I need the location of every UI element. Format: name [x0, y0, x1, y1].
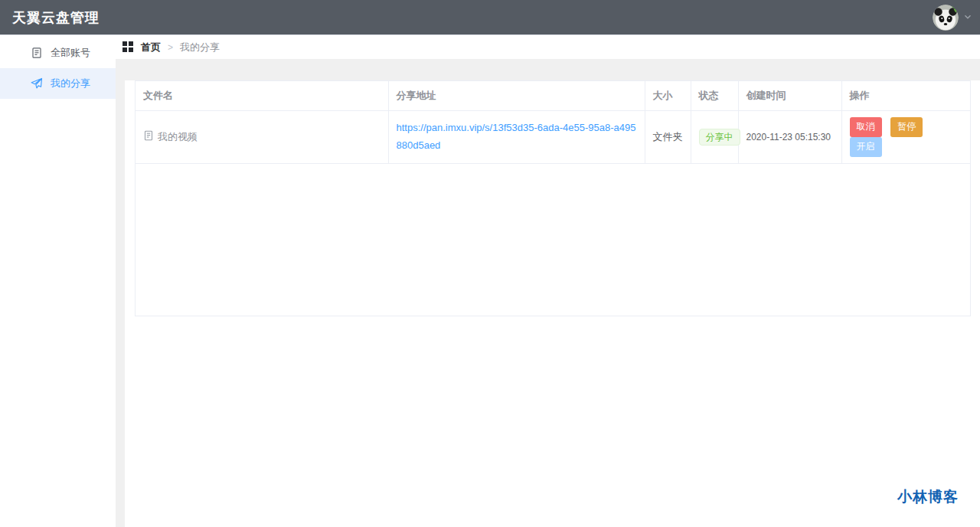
file-name: 我的视频 [158, 130, 198, 144]
created-time: 2020-11-23 05:15:30 [746, 132, 831, 142]
file-name-cell: 我的视频 [143, 130, 381, 144]
open-button[interactable]: 开启 [850, 137, 882, 157]
document-icon [31, 47, 43, 59]
user-menu[interactable] [933, 5, 974, 31]
table-row: 我的视频 https://pan.imxu.vip/s/13f53d35-6ad… [136, 110, 970, 163]
sidebar-item-my-shares[interactable]: 我的分享 [0, 68, 116, 99]
main-content: 首页 > 我的分享 文件名 分享地址 [116, 35, 980, 527]
app-title: 天翼云盘管理 [12, 8, 100, 27]
sidebar-item-label: 我的分享 [51, 77, 90, 90]
user-avatar[interactable] [933, 5, 959, 31]
sidebar-item-all-accounts[interactable]: 全部账号 [0, 38, 116, 68]
app-header: 天翼云盘管理 [0, 0, 980, 35]
main-layout: 全部账号 我的分享 首页 > 我的分享 [0, 35, 980, 527]
breadcrumb-home[interactable]: 首页 [141, 41, 161, 54]
content-area: 文件名 分享地址 大小 状态 创建时间 操作 [116, 59, 980, 527]
shares-card: 文件名 分享地址 大小 状态 创建时间 操作 [125, 80, 980, 527]
menu-grid-icon[interactable] [122, 41, 134, 53]
breadcrumb: 首页 > 我的分享 [116, 35, 980, 59]
col-header-status: 状态 [691, 81, 738, 110]
sidebar-item-label: 全部账号 [51, 46, 90, 60]
send-icon [31, 77, 43, 90]
site-watermark: 小林博客 [897, 487, 959, 507]
share-url-link[interactable]: https://pan.imxu.vip/s/13f53d35-6ada-4e5… [397, 122, 636, 150]
sidebar: 全部账号 我的分享 [0, 35, 116, 527]
col-header-share-url: 分享地址 [388, 81, 645, 110]
cancel-button[interactable]: 取消 [850, 117, 882, 137]
col-header-filename: 文件名 [136, 81, 388, 110]
panda-avatar-image [933, 5, 959, 31]
shares-table: 文件名 分享地址 大小 状态 创建时间 操作 [135, 80, 971, 316]
status-badge: 分享中 [699, 129, 740, 146]
col-header-size: 大小 [645, 81, 691, 110]
file-size: 文件夹 [653, 131, 683, 142]
file-icon [143, 130, 154, 143]
pause-button[interactable]: 暂停 [890, 117, 923, 137]
breadcrumb-current: 我的分享 [180, 41, 220, 54]
col-header-created-time: 创建时间 [738, 81, 841, 110]
table-header-row: 文件名 分享地址 大小 状态 创建时间 操作 [136, 81, 970, 110]
col-header-actions: 操作 [841, 81, 970, 110]
breadcrumb-separator: > [168, 42, 173, 53]
chevron-down-icon[interactable] [963, 11, 972, 25]
